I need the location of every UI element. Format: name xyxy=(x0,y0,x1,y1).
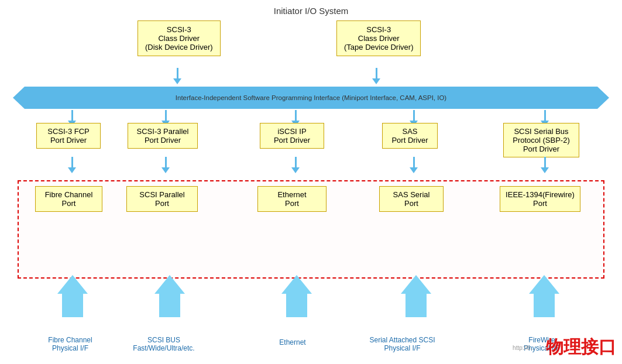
scsi3-tape-driver-box: SCSI-3Class Driver(Tape Device Driver) xyxy=(336,20,421,56)
big-arrow-up-2 xyxy=(154,275,185,317)
arrow-port1-down xyxy=(68,157,76,173)
big-arrow-up-3 xyxy=(281,275,312,317)
interface-bar: Interface-Independent Software Programmi… xyxy=(25,87,597,109)
physical-label-3: Ethernet xyxy=(268,338,317,346)
url-label: http://b... xyxy=(513,345,535,351)
big-arrow-up-1 xyxy=(57,275,88,317)
scsi-parallel-port-box: SCSI ParallelPort xyxy=(126,186,198,212)
scsi3-fcp-port-driver-box: SCSI-3 FCPPort Driver xyxy=(36,123,101,149)
arrow-tape-down xyxy=(372,68,380,84)
sas-port-driver-box: SASPort Driver xyxy=(382,123,438,149)
arrow-port5-down xyxy=(541,157,549,173)
ieee1394-port-box: IEEE-1394(Firewire)Port xyxy=(500,186,580,212)
arrow-port2-down xyxy=(161,157,170,173)
physical-label-1: Fibre ChannelPhysical I/F xyxy=(35,336,105,352)
arrow-port3-down xyxy=(291,157,300,173)
physical-label-2: SCSI BUSFast/Wide/Ultra/etc. xyxy=(129,336,199,352)
scsi-serial-bus-port-driver-box: SCSI Serial BusProtocol (SBP-2)Port Driv… xyxy=(503,123,579,157)
fibre-channel-port-box: Fibre ChannelPort xyxy=(35,186,102,212)
arrow-disk-down xyxy=(173,68,181,84)
iscsi-ip-port-driver-box: iSCSI IPPort Driver xyxy=(260,123,324,149)
scsi3-parallel-port-driver-box: SCSI-3 ParallelPort Driver xyxy=(128,123,198,149)
sas-serial-port-box: SAS SerialPort xyxy=(379,186,444,212)
ethernet-port-box: EthernetPort xyxy=(257,186,327,212)
arrow-port4-down xyxy=(410,157,418,173)
scsi3-disk-driver-box: SCSI-3Class Driver(Disk Device Driver) xyxy=(138,20,221,56)
watermark: 物理接口 xyxy=(546,335,616,359)
page-title: Initiator I/O System xyxy=(0,6,622,16)
physical-label-4: Serial Attached SCSIPhysical I/F xyxy=(360,336,445,352)
big-arrow-up-5 xyxy=(529,275,559,317)
diagram: Initiator I/O System SCSI-3Class Driver(… xyxy=(0,0,622,364)
big-arrow-up-4 xyxy=(401,275,431,317)
interface-bar-label: Interface-Independent Software Programmi… xyxy=(176,94,446,101)
